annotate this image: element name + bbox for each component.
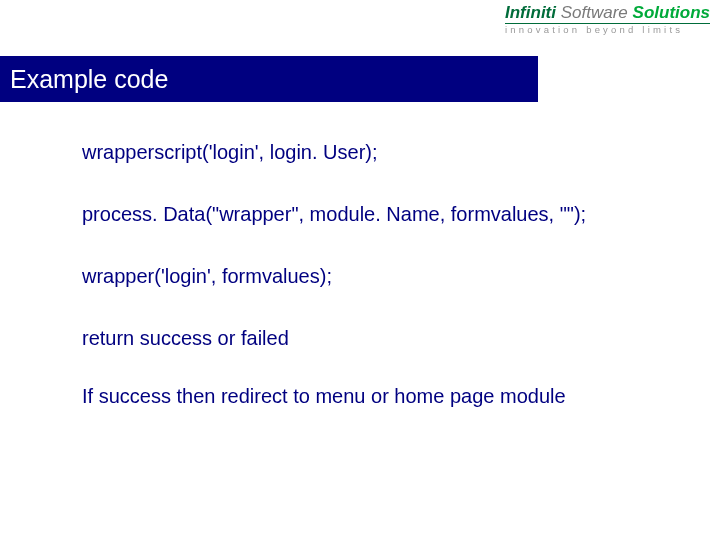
code-line-5: If success then redirect to menu or home… bbox=[82, 384, 680, 408]
slide: Infiniti Software Solutions innovation b… bbox=[0, 0, 720, 540]
code-line-2: process. Data("wrapper", module. Name, f… bbox=[82, 202, 680, 226]
code-line-1: wrapperscript('login', login. User); bbox=[82, 140, 680, 164]
slide-body: wrapperscript('login', login. User); pro… bbox=[82, 140, 680, 446]
logo-tagline: innovation beyond limits bbox=[505, 25, 710, 35]
code-line-4: return success or failed bbox=[82, 326, 680, 350]
title-band: Example code bbox=[0, 56, 538, 102]
logo-text-solutions: Solutions bbox=[633, 3, 710, 22]
logo-text-infiniti: Infiniti bbox=[505, 3, 556, 22]
slide-title: Example code bbox=[10, 65, 168, 94]
logo-text-software: Software bbox=[561, 3, 628, 22]
logo-wordmark: Infiniti Software Solutions bbox=[505, 4, 710, 21]
code-line-3: wrapper('login', formvalues); bbox=[82, 264, 680, 288]
company-logo: Infiniti Software Solutions innovation b… bbox=[505, 4, 710, 35]
